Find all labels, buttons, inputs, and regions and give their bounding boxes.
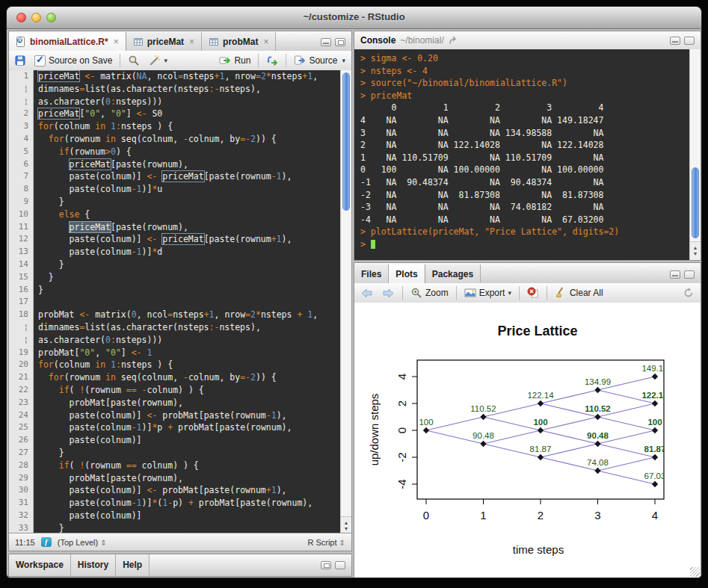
line-number: 22 (9, 384, 34, 397)
editor-scrollbar[interactable]: ▲ ▼ (340, 70, 351, 535)
source-button[interactable]: Source (289, 53, 340, 68)
lattice-edge (541, 417, 598, 430)
code-line: 3for(colnum in 1:nsteps ) { (9, 120, 351, 133)
run-button[interactable]: Run (215, 53, 255, 68)
tab-plots[interactable]: Plots (389, 264, 425, 283)
plot-title: Price Lattice (497, 324, 577, 338)
node-value-label: 110.52 (470, 404, 496, 413)
line-number: 18 (9, 309, 34, 321)
find-button[interactable] (123, 53, 144, 68)
forward-arrow-icon (382, 288, 395, 298)
tab-files[interactable]: Files (354, 264, 389, 283)
scroll-down-icon[interactable]: ▼ (693, 251, 698, 257)
code-editor[interactable]: 1priceMat <- matrix(NA, ncol=nsteps+1, n… (9, 70, 351, 535)
source-on-save-toggle[interactable]: Source on Save (30, 54, 117, 68)
code-line: 21 for(rownum in seq(colnum, -colnum, by… (9, 371, 351, 384)
tab-pricemat[interactable]: priceMat × (126, 32, 202, 51)
scope-selector[interactable]: (Top Level) ⇕ (58, 538, 107, 547)
resize-grip[interactable] (690, 567, 700, 577)
lattice-node (538, 400, 544, 406)
tab-probmat[interactable]: probMat × (202, 32, 276, 51)
code-line: 17 (9, 296, 351, 309)
scroll-down-icon[interactable]: ▼ (344, 526, 349, 532)
editor-statusbar: 11:15 f (Top Level) ⇕ R Script ⇕ (9, 533, 351, 551)
console-line: > source("~/binomial/binomialLattice.R") (360, 77, 701, 90)
lattice-node (594, 414, 600, 420)
minimize-pane-button[interactable] (670, 270, 680, 279)
lattice-node (480, 414, 486, 420)
tab-workspace[interactable]: Workspace (9, 554, 71, 576)
save-button[interactable] (9, 54, 30, 67)
export-label: Export (479, 288, 505, 298)
filetype-selector[interactable]: R Script ⇕ (307, 538, 345, 547)
tab-binomiallattice[interactable]: R binomialLattice.R* × (9, 32, 126, 51)
maximize-pane-button[interactable] (335, 38, 345, 46)
maximize-pane-button[interactable] (684, 37, 695, 45)
plots-pane: Files Plots Packages (354, 262, 701, 578)
line-number: 2 (9, 108, 34, 120)
code-line: 14 } (9, 259, 351, 271)
console-prompt[interactable]: > (360, 238, 701, 251)
console-output[interactable]: > sigma <- 0.20> nsteps <- 4> source("~/… (354, 49, 701, 260)
source-dropdown-caret[interactable]: ▾ (342, 57, 345, 64)
lattice-node (652, 454, 658, 460)
previous-plot-button[interactable] (354, 287, 378, 300)
price-lattice-plot: Price Lattice01234-4-2024time stepsup/do… (354, 303, 701, 578)
rerun-button[interactable] (262, 53, 283, 68)
code-tools-button[interactable]: ▾ (144, 53, 172, 68)
remove-plot-button[interactable] (523, 285, 544, 300)
console-scrollbar[interactable]: ▲ ▼ (689, 49, 701, 260)
rstudio-window: ~/customize - RStudio R binomialLattice.… (6, 6, 702, 578)
y-tick-label: -4 (395, 479, 408, 489)
node-value-label: 67.03 (644, 471, 666, 480)
scroll-up-icon[interactable]: ▲ (693, 245, 698, 251)
clear-all-plots-button[interactable]: Clear All (550, 285, 608, 300)
lattice-node (652, 427, 658, 433)
tab-packages[interactable]: Packages (425, 264, 481, 283)
node-value-label: 90.48 (587, 431, 609, 440)
refresh-plot-button[interactable] (678, 285, 701, 300)
line-number: 19 (9, 347, 34, 359)
lattice-node (594, 468, 600, 474)
close-tab-icon[interactable]: × (263, 37, 268, 47)
cursor-position: 11:15 (15, 538, 35, 547)
line-number: 17 (9, 296, 34, 309)
data-grid-icon (133, 37, 144, 47)
code-line: 10 else { (9, 208, 351, 221)
console-line: > nsteps <- 4 (360, 65, 701, 78)
tab-help[interactable]: Help (116, 554, 150, 576)
data-grid-icon (209, 37, 219, 47)
line-number: 23 (9, 397, 34, 409)
code-line: 2priceMat["0", "0"] <- S0 (9, 108, 351, 120)
console-scrollbar-thumb[interactable] (692, 167, 699, 238)
line-number: 4 (9, 133, 34, 146)
goto-directory-icon[interactable] (449, 36, 460, 45)
next-plot-button[interactable] (378, 287, 399, 300)
close-tab-icon[interactable]: × (114, 37, 119, 47)
source-on-save-checkbox[interactable] (34, 55, 46, 66)
restore-pane-button[interactable] (321, 561, 331, 569)
console-line: 0 100 NA 100.00000 NA 100.00000 (360, 164, 701, 176)
line-number: 29 (9, 472, 34, 485)
close-tab-icon[interactable]: × (189, 37, 194, 47)
maximize-pane-button[interactable] (335, 561, 345, 569)
lattice-edge (426, 417, 484, 430)
minimize-pane-button[interactable] (321, 38, 331, 46)
export-plot-button[interactable]: Export ▾ (460, 285, 516, 300)
code-line: ¦dimnames=list(as.character(nsteps:-nste… (9, 321, 351, 334)
lattice-node (652, 400, 658, 406)
scroll-up-icon[interactable]: ▲ (344, 520, 349, 526)
maximize-pane-button[interactable] (684, 270, 695, 279)
editor-scrollbar-thumb[interactable] (342, 72, 350, 211)
zoom-plot-button[interactable]: Zoom (406, 285, 453, 300)
console-scroll-arrows[interactable]: ▲ ▼ (690, 241, 701, 260)
tab-history[interactable]: History (71, 554, 116, 576)
lattice-node (594, 441, 600, 447)
line-number: 5 (9, 146, 34, 158)
filetype-updown-icon: ⇕ (339, 539, 345, 547)
lattice-node (652, 481, 658, 487)
console-working-directory: ~/binomial/ (400, 35, 443, 46)
minimize-pane-button[interactable] (670, 37, 680, 45)
code-line: 9 } (9, 196, 351, 208)
code-line: 23 probMat[paste(rownum), (9, 397, 351, 409)
